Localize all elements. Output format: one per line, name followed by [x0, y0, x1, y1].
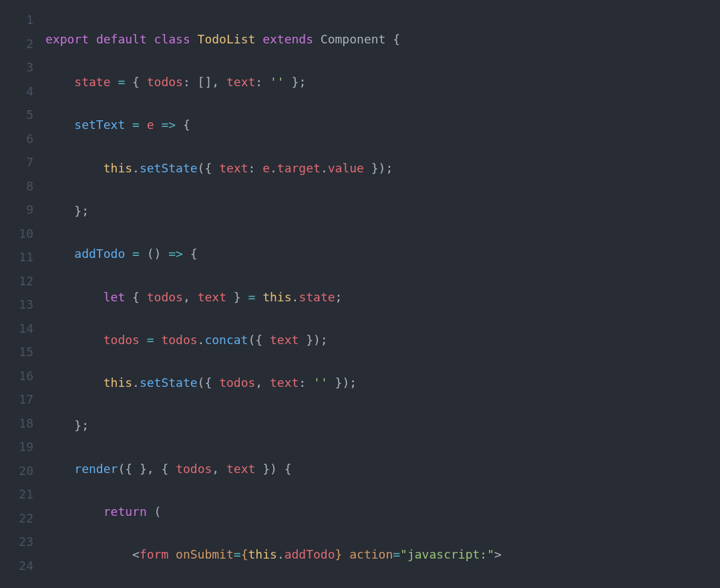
- keyword-class: class: [154, 32, 190, 46]
- line-number: 4: [0, 80, 33, 104]
- line-number: 23: [0, 530, 33, 554]
- code-line[interactable]: <form onSubmit={this.addTodo} action="ja…: [45, 543, 720, 567]
- method-addtodo: addTodo: [74, 247, 125, 261]
- line-number: 3: [0, 55, 33, 80]
- code-line[interactable]: <input value={text} onInput={this.setTex…: [45, 586, 720, 588]
- line-number: 22: [0, 506, 33, 531]
- code-line[interactable]: let { todos, text } = this.state;: [45, 285, 720, 309]
- line-number: 15: [0, 340, 33, 364]
- line-number: 16: [0, 364, 33, 388]
- line-number: 13: [0, 293, 33, 317]
- class-name: TodoList: [198, 32, 256, 46]
- line-number: 9: [0, 198, 33, 222]
- line-number: 10: [0, 222, 33, 246]
- keyword-export: export: [45, 32, 89, 46]
- code-line[interactable]: return (: [45, 500, 720, 524]
- base-class: Component: [321, 32, 386, 46]
- line-number: 24: [0, 554, 33, 578]
- line-number: 14: [0, 317, 33, 341]
- line-number: 1: [0, 8, 33, 32]
- line-number: 17: [0, 388, 33, 412]
- method-render: render: [74, 462, 118, 476]
- line-number: 18: [0, 412, 33, 436]
- line-number: 12: [0, 269, 33, 293]
- line-number: 11: [0, 245, 33, 269]
- code-line[interactable]: };: [45, 199, 720, 223]
- brace: {: [393, 32, 400, 46]
- line-number: 6: [0, 127, 33, 151]
- code-line[interactable]: };: [45, 414, 720, 438]
- method-settext: setText: [74, 118, 125, 132]
- code-line[interactable]: this.setState({ text: e.target.value });: [45, 156, 720, 180]
- code-area[interactable]: export default class TodoList extends Co…: [45, 8, 720, 588]
- code-line[interactable]: todos = todos.concat({ text });: [45, 328, 720, 352]
- keyword-extends: extends: [262, 32, 313, 46]
- line-number: 21: [0, 482, 33, 506]
- line-number: 8: [0, 174, 33, 198]
- prop-state: state: [74, 75, 110, 89]
- line-number: 2: [0, 32, 33, 56]
- line-number: 5: [0, 103, 33, 127]
- keyword-default: default: [96, 32, 147, 46]
- line-number: 7: [0, 150, 33, 174]
- code-editor[interactable]: 1 2 3 4 5 6 7 8 9 10 11 12 13 14 15 16 1…: [0, 0, 720, 588]
- line-number: 19: [0, 435, 33, 459]
- code-line[interactable]: state = { todos: [], text: '' };: [45, 70, 720, 94]
- code-line[interactable]: render({ }, { todos, text }) {: [45, 457, 720, 481]
- line-number-gutter: 1 2 3 4 5 6 7 8 9 10 11 12 13 14 15 16 1…: [0, 8, 45, 588]
- line-number: 20: [0, 459, 33, 483]
- code-line[interactable]: this.setState({ todos, text: '' });: [45, 371, 720, 395]
- code-line[interactable]: addTodo = () => {: [45, 242, 720, 266]
- code-line[interactable]: setText = e => {: [45, 113, 720, 137]
- jsx-form-tag: form: [140, 547, 168, 561]
- code-line[interactable]: export default class TodoList extends Co…: [45, 27, 720, 51]
